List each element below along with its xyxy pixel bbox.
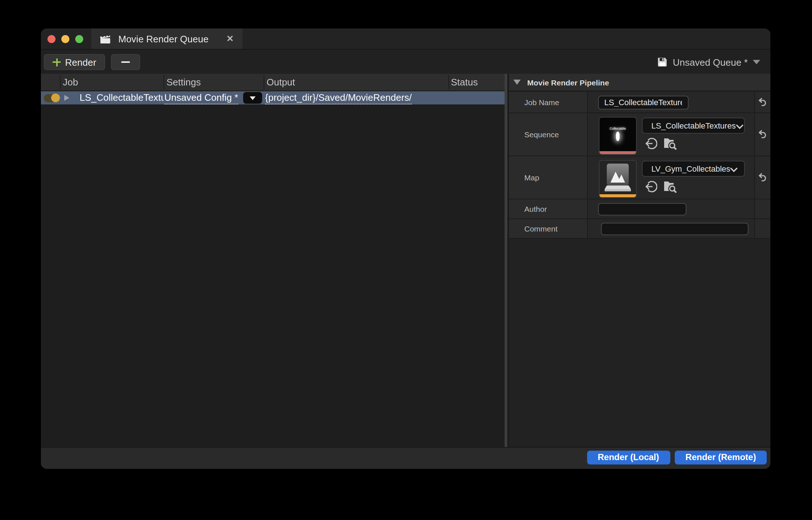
job-list-header: Job Settings Output Status bbox=[41, 74, 505, 91]
reset-column bbox=[754, 219, 770, 238]
job-name-label: Job Name bbox=[524, 98, 559, 107]
toolbar: Render Unsaved Queue * bbox=[41, 49, 770, 74]
job-enabled-toggle[interactable] bbox=[44, 94, 59, 102]
clapperboard-icon bbox=[100, 34, 111, 43]
column-divider[interactable] bbox=[448, 75, 449, 89]
footer-bar: Render (Local) Render (Remote) bbox=[41, 447, 770, 469]
reset-to-default-icon[interactable] bbox=[758, 130, 768, 139]
field-row-author: Author bbox=[509, 199, 770, 219]
minimize-window-button[interactable] bbox=[61, 35, 69, 43]
chevron-down-icon bbox=[753, 60, 760, 64]
field-row-map: Map bbox=[509, 156, 770, 199]
reset-to-default-icon[interactable] bbox=[758, 98, 768, 107]
job-row-selected[interactable]: LS_CollectableTextures Unsaved Config * … bbox=[41, 91, 505, 104]
field-row-comment: Comment bbox=[509, 219, 770, 239]
column-header-settings: Settings bbox=[166, 74, 201, 91]
map-label: Map bbox=[524, 173, 539, 182]
queue-name-label: Unsaved Queue * bbox=[673, 57, 748, 68]
remove-job-button[interactable] bbox=[111, 54, 140, 70]
field-label-cell bbox=[509, 199, 587, 218]
map-asset-color-bar bbox=[600, 194, 636, 197]
chevron-down-icon bbox=[730, 162, 738, 175]
sequence-dropdown[interactable]: LS_CollectableTextures bbox=[642, 118, 745, 133]
map-dropdown[interactable]: LV_Gym_Collectables bbox=[642, 161, 745, 176]
plus-icon bbox=[53, 58, 61, 66]
movie-render-queue-window: Movie Render Queue ✕ Render bbox=[41, 28, 770, 469]
level-asset-icon bbox=[605, 163, 631, 192]
column-divider[interactable] bbox=[263, 75, 264, 89]
zoom-window-button[interactable] bbox=[75, 35, 83, 43]
sequence-thumb-caption: Collectable bbox=[610, 127, 626, 130]
level-sequence-color-bar bbox=[600, 151, 636, 154]
field-label-cell bbox=[509, 156, 587, 199]
tab-close-icon[interactable]: ✕ bbox=[226, 34, 234, 44]
screen: Movie Render Queue ✕ Render bbox=[0, 0, 812, 520]
render-remote-button[interactable]: Render (Remote) bbox=[675, 450, 767, 464]
render-local-button[interactable]: Render (Local) bbox=[587, 450, 670, 464]
settings-dropdown-button[interactable] bbox=[243, 92, 262, 104]
job-name-cell: LS_CollectableTextures bbox=[80, 91, 164, 104]
close-window-button[interactable] bbox=[47, 35, 55, 43]
reset-column bbox=[754, 92, 770, 112]
column-header-status: Status bbox=[451, 74, 478, 91]
job-settings-link[interactable]: Unsaved Config * bbox=[164, 91, 238, 104]
sequence-label: Sequence bbox=[524, 130, 559, 139]
details-panel: Movie Render Pipeline Job Name bbox=[509, 74, 770, 447]
reset-column bbox=[754, 199, 770, 218]
comment-input[interactable] bbox=[601, 223, 748, 235]
queue-preset-widget[interactable]: Unsaved Queue * bbox=[658, 50, 760, 74]
browse-to-asset-icon[interactable] bbox=[663, 137, 677, 149]
field-row-sequence: Sequence Collectable LS_CollectableTextu… bbox=[509, 113, 770, 156]
sequence-thumbnail[interactable]: Collectable bbox=[599, 117, 637, 155]
use-selected-asset-icon[interactable] bbox=[645, 137, 657, 149]
column-divider[interactable] bbox=[164, 75, 164, 89]
column-header-job: Job bbox=[63, 74, 78, 91]
column-header-output: Output bbox=[267, 74, 295, 91]
minus-icon bbox=[121, 61, 130, 63]
map-value: LV_Gym_Collectables bbox=[651, 164, 730, 173]
reset-column bbox=[754, 156, 770, 199]
comment-label: Comment bbox=[524, 224, 558, 233]
reset-to-default-icon[interactable] bbox=[758, 173, 768, 182]
reset-column bbox=[754, 113, 770, 156]
sequence-value: LS_CollectableTextures bbox=[651, 121, 736, 130]
field-row-job-name: Job Name bbox=[509, 92, 770, 113]
save-icon bbox=[658, 57, 668, 67]
expand-row-icon[interactable] bbox=[64, 95, 69, 100]
tab-title: Movie Render Queue bbox=[118, 33, 208, 44]
map-thumbnail[interactable] bbox=[599, 160, 637, 198]
author-label: Author bbox=[524, 204, 547, 213]
chevron-down-icon bbox=[736, 119, 743, 132]
use-selected-asset-icon[interactable] bbox=[645, 180, 657, 192]
add-render-job-button[interactable]: Render bbox=[44, 54, 105, 70]
title-bar: Movie Render Queue ✕ bbox=[41, 28, 770, 49]
job-list-pane: Job Settings Output Status LS_Collectabl… bbox=[41, 74, 505, 447]
collapse-section-icon[interactable] bbox=[513, 80, 521, 85]
details-panel-header[interactable]: Movie Render Pipeline bbox=[509, 74, 770, 91]
pane-splitter[interactable] bbox=[505, 74, 508, 447]
chevron-down-icon bbox=[250, 96, 256, 100]
job-output-link[interactable]: {project_dir}/Saved/MovieRenders/ bbox=[265, 91, 412, 104]
column-divider[interactable] bbox=[60, 75, 60, 89]
toggle-knob bbox=[51, 93, 60, 102]
map-asset-tools bbox=[645, 180, 677, 192]
details-panel-title: Movie Render Pipeline bbox=[527, 78, 609, 87]
browse-to-asset-icon[interactable] bbox=[663, 180, 677, 192]
sequence-thumb-glow bbox=[616, 131, 620, 141]
author-input[interactable] bbox=[598, 203, 686, 215]
sequence-asset-tools bbox=[645, 137, 677, 149]
tab-movie-render-queue[interactable]: Movie Render Queue ✕ bbox=[91, 28, 242, 49]
add-render-job-label: Render bbox=[65, 57, 96, 68]
job-name-input[interactable] bbox=[598, 96, 688, 109]
